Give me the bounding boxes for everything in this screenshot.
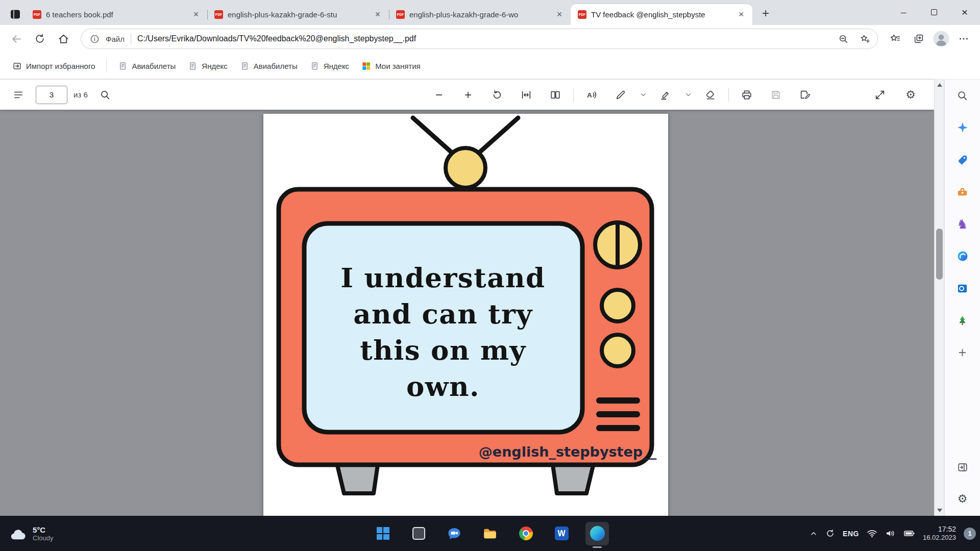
page-view-button[interactable]	[544, 84, 567, 106]
print-button[interactable]	[736, 84, 758, 106]
find-button[interactable]	[94, 84, 116, 106]
sidebar-settings-button[interactable]: ⚙	[952, 488, 973, 510]
collections-button[interactable]	[908, 28, 930, 50]
notification-badge[interactable]: 1	[964, 528, 976, 540]
network-button[interactable]	[867, 528, 877, 539]
sidebar-panel-button[interactable]	[952, 457, 973, 478]
maximize-button[interactable]	[919, 0, 949, 24]
arrow-up-icon	[937, 83, 942, 87]
scrollbar-thumb[interactable]	[936, 229, 943, 280]
scroll-down-button[interactable]	[935, 506, 944, 515]
chat-button[interactable]	[443, 522, 466, 545]
save-as-button[interactable]	[794, 84, 816, 106]
tab-close-icon[interactable]: ×	[553, 9, 566, 21]
zoom-in-button[interactable]: +	[457, 84, 479, 106]
refresh-icon	[34, 33, 45, 44]
task-view-button[interactable]	[407, 522, 430, 545]
sidebar-games-button[interactable]: ♞	[952, 213, 973, 235]
new-tab-button[interactable]: +	[756, 4, 775, 22]
add-favorite-button[interactable]	[856, 30, 873, 47]
highlight-menu-button[interactable]	[683, 84, 693, 106]
draw-menu-button[interactable]	[639, 84, 648, 106]
tab-close-icon[interactable]: ×	[372, 9, 384, 21]
sync-icon	[825, 529, 835, 538]
save-as-icon	[799, 89, 811, 101]
tab-close-icon[interactable]: ×	[190, 9, 202, 21]
open-sidebar-icon	[957, 462, 968, 473]
minimize-button[interactable]: ─	[888, 0, 919, 24]
tiles-icon	[361, 61, 371, 71]
bookmark-yandex-2[interactable]: Яндекс	[305, 57, 354, 74]
volume-button[interactable]	[885, 528, 896, 539]
bookmark-aviabilety-2[interactable]: Авиабилеты	[235, 57, 303, 74]
read-aloud-button[interactable]: A	[580, 84, 603, 106]
toolbox-icon	[957, 186, 968, 198]
battery-button[interactable]	[903, 528, 915, 539]
start-button[interactable]	[371, 522, 395, 545]
back-button[interactable]	[5, 28, 28, 50]
sidebar-bottom: ⚙	[945, 457, 980, 510]
browser-menu-button[interactable]	[952, 28, 975, 50]
close-window-button[interactable]: ×	[949, 0, 980, 24]
weather-condition: Cloudy	[33, 534, 53, 542]
sidebar-outlook-button[interactable]	[952, 278, 973, 299]
sidebar-m365-button[interactable]	[952, 245, 973, 267]
close-icon: ×	[962, 6, 968, 18]
navigation-bar: Файл C:/Users/Evrika/Downloads/TV%20feed…	[0, 25, 980, 53]
word-button[interactable]: W	[550, 522, 573, 545]
page-number-input[interactable]	[36, 86, 67, 104]
zoom-indicator-button[interactable]	[835, 30, 852, 47]
plus-icon: +	[959, 346, 967, 360]
tab-workspaces-button[interactable]	[5, 4, 26, 25]
workspaces-icon	[9, 8, 21, 20]
pdf-file-icon: PDF	[33, 10, 41, 19]
tab-1[interactable]: PDF 6 teachers book.pdf ×	[26, 4, 207, 25]
widgets-weather-button[interactable]: 5°C Cloudy	[4, 516, 58, 551]
file-explorer-button[interactable]	[478, 522, 502, 545]
clock[interactable]: 17:52 16.02.2023	[923, 525, 956, 542]
chrome-button[interactable]	[514, 522, 537, 545]
zoom-out-button[interactable]: −	[428, 84, 450, 106]
tray-sync-button[interactable]	[825, 529, 835, 538]
contents-button[interactable]	[7, 84, 30, 106]
pdf-settings-button[interactable]: ⚙	[899, 84, 922, 106]
bookmark-aviabilety-1[interactable]: Авиабилеты	[113, 57, 181, 74]
save-button[interactable]	[765, 84, 787, 106]
rotate-button[interactable]	[486, 84, 508, 106]
edge-button[interactable]	[585, 522, 609, 545]
refresh-button[interactable]	[29, 28, 51, 50]
sidebar-shopping-button[interactable]	[952, 149, 973, 170]
taskbar-tray: ENG 17:52	[810, 516, 976, 551]
home-button[interactable]	[52, 28, 75, 50]
tab-close-icon[interactable]: ×	[735, 9, 747, 21]
scroll-up-button[interactable]	[935, 81, 944, 89]
tab-2[interactable]: PDF english-plus-kazakh-grade-6-stu ×	[207, 4, 389, 25]
tab-strip: PDF 6 teachers book.pdf × PDF english-pl…	[26, 4, 752, 25]
fit-to-width-button[interactable]	[515, 84, 537, 106]
bookmark-import-favorites[interactable]: Импорт избранного	[7, 57, 100, 74]
sidebar-tree-button[interactable]	[952, 310, 973, 331]
maximize-icon	[931, 9, 937, 15]
bookmark-yandex-1[interactable]: Яндекс	[183, 57, 232, 74]
page-info-button[interactable]	[87, 32, 102, 46]
bookmark-moi-zanyatiya[interactable]: Мои занятия	[356, 57, 426, 74]
tab-4-active[interactable]: PDF TV feedback @english_stepbyste ×	[571, 4, 752, 25]
sidebar-search-button[interactable]	[952, 85, 973, 106]
profile-button[interactable]	[931, 29, 951, 49]
tray-overflow-button[interactable]	[810, 530, 818, 538]
sidebar-customize-button[interactable]: +	[952, 342, 973, 363]
highlight-button[interactable]	[654, 84, 677, 106]
sidebar-copilot-button[interactable]	[952, 117, 973, 138]
tab-title: 6 teachers book.pdf	[46, 10, 185, 19]
tab-3[interactable]: PDF english-plus-kazakh-grade-6-wo ×	[389, 4, 571, 25]
arrow-down-icon	[937, 509, 942, 512]
fullscreen-button[interactable]	[869, 84, 891, 106]
sidebar-tools-button[interactable]	[952, 181, 973, 203]
erase-button[interactable]	[699, 84, 722, 106]
svg-text:A: A	[587, 91, 592, 99]
language-indicator[interactable]: ENG	[843, 530, 859, 538]
vertical-scrollbar[interactable]	[934, 80, 944, 516]
favorites-button[interactable]	[884, 28, 906, 50]
address-bar[interactable]: Файл C:/Users/Evrika/Downloads/TV%20feed…	[81, 29, 878, 49]
draw-button[interactable]	[609, 84, 632, 106]
